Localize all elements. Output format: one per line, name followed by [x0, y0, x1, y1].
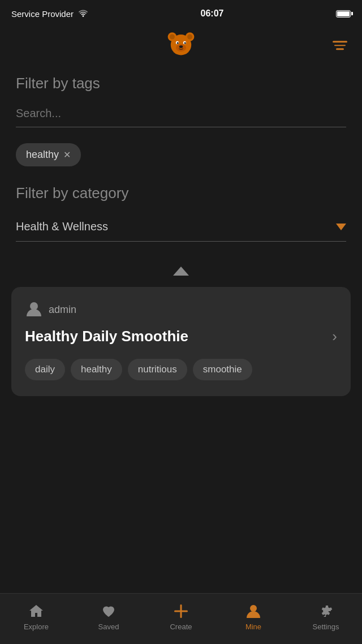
heart-icon [101, 603, 117, 619]
card-tags-row: daily healthy nutritious smoothie [25, 359, 337, 380]
filter-line-1 [333, 41, 347, 42]
card-chevron-right-icon: › [332, 328, 337, 345]
nav-item-mine[interactable]: Mine [217, 603, 290, 631]
filter-line-2 [334, 45, 346, 46]
card-title: Healthy Daily Smoothie [25, 328, 325, 345]
svg-point-3 [170, 34, 175, 39]
nav-item-saved[interactable]: Saved [72, 603, 145, 631]
tag-label: healthy [26, 149, 59, 161]
dropdown-arrow-icon [336, 224, 346, 230]
svg-point-8 [177, 42, 179, 44]
search-input[interactable] [16, 102, 346, 127]
main-content: Filter by tags healthy ✕ Filter by categ… [0, 66, 362, 281]
nav-label-saved: Saved [98, 622, 119, 631]
plus-icon [173, 603, 189, 619]
filter-icon-button[interactable] [329, 37, 351, 53]
app-header [0, 25, 362, 66]
author-name: admin [49, 304, 76, 316]
category-dropdown[interactable]: Health & Wellness [16, 212, 346, 242]
nav-label-settings: Settings [313, 622, 339, 631]
status-time: 06:07 [201, 8, 224, 19]
nav-label-explore: Explore [24, 622, 49, 631]
card-author-row: admin [25, 300, 337, 319]
bear-logo [166, 29, 196, 59]
nav-item-create[interactable]: Create [145, 603, 217, 631]
nav-label-mine: Mine [245, 622, 261, 631]
tag-remove-icon[interactable]: ✕ [63, 149, 71, 160]
recipe-card[interactable]: admin Healthy Daily Smoothie › daily hea… [11, 287, 351, 396]
collapse-button[interactable] [16, 255, 346, 281]
carrier-info: Service Provider [11, 9, 88, 19]
nav-item-settings[interactable]: Settings [290, 603, 362, 631]
filter-tags-label: Filter by tags [16, 75, 346, 92]
card-tag-daily: daily [25, 359, 65, 380]
svg-point-11 [30, 302, 38, 310]
gear-icon [318, 603, 334, 619]
battery-container [336, 10, 351, 18]
card-tag-healthy: healthy [71, 359, 122, 380]
svg-point-9 [184, 42, 186, 44]
home-icon [28, 603, 44, 619]
card-tag-nutritious: nutritious [128, 359, 187, 380]
card-tag-smoothie: smoothie [193, 359, 252, 380]
nav-label-create: Create [170, 622, 192, 631]
search-container[interactable] [16, 102, 346, 127]
filter-line-3 [336, 48, 344, 50]
svg-point-10 [179, 45, 183, 48]
svg-point-4 [187, 34, 192, 39]
card-title-row: Healthy Daily Smoothie › [25, 328, 337, 345]
nav-item-explore[interactable]: Explore [0, 603, 72, 631]
status-bar: Service Provider 06:07 [0, 0, 362, 25]
chevron-up-icon [173, 267, 189, 276]
active-tags-area: healthy ✕ [16, 143, 346, 166]
battery-icon [336, 10, 351, 18]
filter-category-section: Filter by category Health & Wellness [16, 184, 346, 242]
filter-category-label: Filter by category [16, 184, 346, 202]
selected-category: Health & Wellness [16, 220, 108, 233]
bottom-nav: Explore Saved Create Mine [0, 593, 362, 644]
tag-chip-healthy[interactable]: healthy ✕ [16, 143, 81, 166]
person-icon [25, 300, 43, 319]
person-mine-icon [245, 603, 261, 619]
carrier-name: Service Provider [11, 9, 74, 19]
wifi-icon [78, 9, 88, 19]
svg-point-12 [250, 605, 257, 612]
